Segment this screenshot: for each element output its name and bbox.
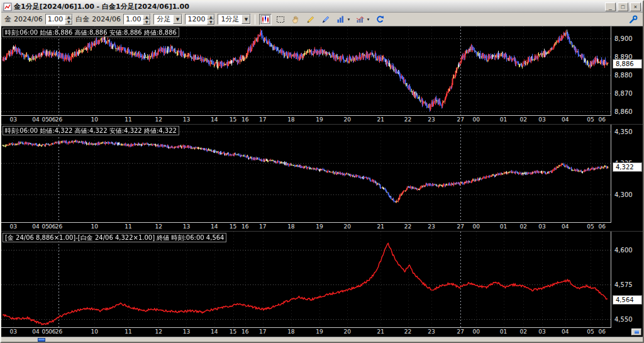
x-tick-label: 04 <box>562 329 569 335</box>
settings-wrench-icon <box>628 14 638 25</box>
x-tick-label: 12 <box>155 223 162 230</box>
interval-dropdown[interactable]: 1分足 ▼ <box>218 14 251 25</box>
x-tick-label: 04 <box>562 116 569 123</box>
x-tick-label: 03 <box>538 223 545 230</box>
y-tick-label: 4,550 <box>614 316 633 323</box>
chevron-down-icon[interactable]: ▼ <box>173 14 182 24</box>
gold-ratio-up-button[interactable]: ▲ <box>65 14 72 20</box>
x-tick-label: 19 <box>316 329 323 335</box>
x-tick-label: 26 <box>55 116 62 123</box>
y-tick-label: 4,575 <box>614 281 633 288</box>
x-tick-label: 03 <box>538 116 545 123</box>
x-tick-label: 23 <box>428 116 435 123</box>
platinum-ratio-down-button[interactable]: ▼ <box>143 20 150 25</box>
minimize-button[interactable]: _ <box>605 3 616 11</box>
bar-count-down-button[interactable]: ▼ <box>207 20 214 25</box>
app-window: 金1分足[2024/06]1.00 - 白金1分足[2024/06]1.00 _… <box>0 0 644 343</box>
bar-count-value: 1200 <box>186 14 207 24</box>
chevron-down-icon: ▼ <box>347 18 350 21</box>
bar-count-up-button[interactable]: ▲ <box>207 14 214 20</box>
platinum-ratio-up-button[interactable]: ▲ <box>143 14 150 20</box>
x-tick-label: 17 <box>259 223 266 230</box>
corner-button[interactable] <box>631 329 641 335</box>
window-title: 金1分足[2024/06]1.00 - 白金1分足[2024/06]1.00 <box>14 1 603 12</box>
x-tick-label: 06 <box>599 223 606 230</box>
bar-type-dropdown[interactable]: 分足 ▼ <box>153 14 182 25</box>
spread-info: [金 24/06 8,886×1.00]-[白金 24/06 4,322×1.0… <box>3 233 226 242</box>
interval-value: 1分足 <box>218 14 242 24</box>
close-button[interactable]: × <box>630 3 641 11</box>
status-chart-icon <box>38 338 45 342</box>
candlestick-chart-tool-button[interactable] <box>259 14 272 25</box>
x-tick-label: 26 <box>55 329 62 335</box>
histogram-menu-button[interactable]: ▼ <box>354 14 371 25</box>
x-tick-label: 19 <box>316 116 323 123</box>
bar-count-spinner[interactable]: 1200 ▲▼ <box>185 14 215 25</box>
x-tick-label: 20 <box>344 116 351 123</box>
x-tick-label: 22 <box>404 116 411 123</box>
app-icon <box>3 3 12 11</box>
pencil-tool-button[interactable] <box>304 14 317 25</box>
x-tick-label: 22 <box>404 329 411 335</box>
x-tick-label: 10 <box>91 329 97 335</box>
platinum-ratio-value: 1.00 <box>124 14 143 24</box>
x-tick-label: 23 <box>428 329 435 335</box>
x-tick-label: 10 <box>91 116 97 123</box>
gold-ratio-down-button[interactable]: ▼ <box>65 20 72 25</box>
platinum-ratio-spinner[interactable]: 1.00 ▲▼ <box>123 14 152 25</box>
gold-ratio-spinner[interactable]: 1.00 ▲▼ <box>45 14 74 25</box>
platinum-last-price-label: 4,322 <box>613 162 642 172</box>
x-tick-label: 05 <box>587 116 594 123</box>
marker-tool-button[interactable] <box>319 14 332 25</box>
x-tick-label: 06 <box>599 116 606 123</box>
x-tick-label: 02 <box>520 116 527 123</box>
x-tick-label: 11 <box>125 223 131 230</box>
y-tick-label: 4,350 <box>614 128 633 135</box>
x-tick-label: 18 <box>287 329 294 335</box>
bar-type-value: 分足 <box>154 14 173 24</box>
x-tick-label: 03 <box>10 116 17 123</box>
x-tick-label: 22 <box>404 223 411 230</box>
y-tick-label: 8,860 <box>614 108 633 115</box>
x-tick-label: 18 <box>287 223 294 230</box>
settings-button[interactable] <box>627 14 640 25</box>
chevron-down-icon[interactable]: ▼ <box>242 14 250 24</box>
gold-ratio-value: 1.00 <box>46 14 65 24</box>
refresh-icon <box>375 14 385 25</box>
bar-chart-menu-button[interactable]: ▼ <box>335 14 352 25</box>
platinum-plot: 時刻:06:00 始値:4,322 高値:4,322 安値:4,322 終値:4… <box>1 125 643 223</box>
platinum-chart-canvas[interactable] <box>1 125 611 223</box>
select-region-tool-button[interactable] <box>274 14 287 25</box>
x-tick-label: 18 <box>287 116 294 123</box>
gold-month-label: 2024/06 <box>14 15 43 23</box>
gold-last-price-label: 8,886 <box>613 59 642 69</box>
x-tick-label: 03 <box>538 329 545 335</box>
y-tick-label: 8,870 <box>614 90 633 97</box>
pencil-icon <box>306 14 316 25</box>
maximize-button[interactable]: □ <box>618 3 628 11</box>
x-tick-label: 19 <box>316 223 323 230</box>
x-tick-label: 16 <box>242 329 248 335</box>
hand-tool-button[interactable] <box>289 14 302 25</box>
x-tick-label: 17 <box>259 329 266 335</box>
refresh-button[interactable] <box>374 14 386 25</box>
x-tick-label: 13 <box>183 223 190 230</box>
gold-chart-canvas[interactable] <box>1 26 611 116</box>
y-tick-label: 4,300 <box>614 191 633 198</box>
x-tick-label: 27 <box>457 329 464 335</box>
spread-chart-canvas[interactable] <box>1 232 611 328</box>
toolbar: 金 2024/06 1.00 ▲▼ 白金 2024/06 1.00 ▲▼ 分足 … <box>1 13 643 26</box>
x-tick-label: 21 <box>377 223 384 230</box>
gold-ohlc-info: 時刻:06:00 始値:8,886 高値:8,886 安値:8,886 終値:8… <box>3 28 179 37</box>
gold-price-scale: 8,9008,8908,8808,8708,860 <box>611 26 643 116</box>
x-tick-label: 01 <box>500 223 507 230</box>
chart-area: 時刻:06:00 始値:8,886 高値:8,886 安値:8,886 終値:8… <box>1 26 643 337</box>
x-tick-label: 14 <box>211 329 218 335</box>
spread-chart-panel: [金 24/06 8,886×1.00]-[白金 24/06 4,322×1.0… <box>1 232 643 336</box>
x-tick-label: 16 <box>242 116 248 123</box>
x-tick-label: 20 <box>344 329 351 335</box>
title-bar: 金1分足[2024/06]1.00 - 白金1分足[2024/06]1.00 _… <box>1 1 643 13</box>
gold-time-axis: 0304050626101112131415161718192021222327… <box>1 116 611 124</box>
x-tick-label: 04 <box>32 223 39 230</box>
hand-icon <box>291 14 301 25</box>
